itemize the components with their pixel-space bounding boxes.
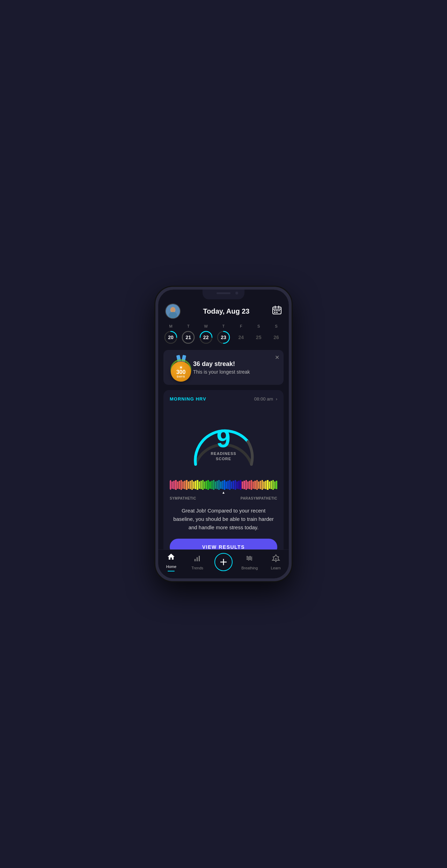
svg-rect-20 bbox=[197, 557, 198, 561]
parasympathetic-label: PARASYMPATHETIC bbox=[241, 496, 277, 500]
scroll-content[interactable]: Today, Aug 23 bbox=[158, 290, 289, 549]
day-label-t2: T bbox=[222, 324, 225, 328]
medal-num: 300 bbox=[176, 369, 186, 375]
hrv-title: MORNING HRV bbox=[170, 396, 206, 402]
breathing-icon bbox=[246, 554, 254, 564]
gauge-score: 9 READINESS SCORE bbox=[211, 426, 236, 462]
nav-item-home[interactable]: Home bbox=[158, 553, 184, 571]
camera bbox=[235, 292, 238, 294]
streak-title: 36 day streak! bbox=[193, 360, 250, 368]
gauge-label: READINESS SCORE bbox=[211, 451, 236, 462]
hrv-bar-arrow: ▲ bbox=[170, 491, 277, 494]
svg-rect-12 bbox=[276, 312, 278, 313]
svg-point-3 bbox=[171, 307, 175, 312]
streak-text: 36 day streak! This is your longest stre… bbox=[193, 360, 250, 375]
gauge-container: 9 READINESS SCORE bbox=[170, 407, 277, 477]
day-num-24: 24 bbox=[239, 335, 244, 340]
day-arc-23: 23 bbox=[216, 330, 231, 345]
streak-medal: ★ 300 DAYS bbox=[169, 355, 193, 380]
svg-rect-21 bbox=[199, 556, 200, 561]
day-arc-21: 21 bbox=[181, 330, 196, 345]
close-button[interactable]: ✕ bbox=[275, 354, 279, 361]
day-item-21[interactable]: T 21 bbox=[181, 324, 196, 345]
bottom-nav: Home Trends bbox=[158, 549, 289, 578]
hrv-header: MORNING HRV 08:00 am › bbox=[170, 396, 277, 402]
notch bbox=[203, 290, 244, 299]
nav-label-home: Home bbox=[166, 564, 176, 569]
hrv-time: 08:00 am › bbox=[254, 396, 277, 402]
avatar-image bbox=[166, 304, 180, 318]
phone-frame: Today, Aug 23 bbox=[155, 287, 292, 581]
day-item-25[interactable]: S 25 bbox=[251, 324, 266, 345]
svg-rect-10 bbox=[278, 310, 280, 311]
trends-icon bbox=[193, 554, 201, 564]
hrv-description: Great Job! Compared to your recent basel… bbox=[170, 503, 277, 537]
streak-banner: ★ 300 DAYS 36 day streak! This is your l… bbox=[163, 350, 284, 385]
svg-point-2 bbox=[169, 312, 177, 318]
nav-item-trends[interactable]: Trends bbox=[184, 554, 211, 570]
day-num-23: 23 bbox=[221, 335, 226, 340]
medal-circle: ★ 300 DAYS bbox=[171, 361, 191, 382]
day-item-24[interactable]: F 24 bbox=[234, 324, 248, 345]
day-num-25: 25 bbox=[256, 335, 262, 340]
view-results-button[interactable]: VIEW RESULTS bbox=[170, 539, 277, 549]
speaker bbox=[217, 292, 230, 294]
nav-item-add[interactable] bbox=[211, 553, 237, 571]
nav-item-breathing[interactable]: Breathing bbox=[236, 554, 263, 570]
day-item-23[interactable]: T 23 bbox=[216, 324, 231, 345]
hrv-bar-labels: SYMPATHETIC PARASYMPATHETIC bbox=[170, 496, 277, 500]
day-item-26[interactable]: S 26 bbox=[269, 324, 284, 345]
day-item-22[interactable]: W 22 bbox=[199, 324, 213, 345]
home-icon bbox=[167, 553, 175, 563]
nav-label-breathing: Breathing bbox=[241, 566, 258, 570]
day-label-t1: T bbox=[187, 324, 190, 328]
svg-rect-11 bbox=[274, 312, 276, 313]
hrv-bar-container: ▲ SYMPATHETIC PARASYMPATHETIC bbox=[170, 480, 277, 500]
nav-label-trends: Trends bbox=[191, 566, 203, 570]
day-label-w: W bbox=[204, 324, 207, 328]
hrv-bar bbox=[170, 480, 277, 490]
day-arc-20: 20 bbox=[163, 330, 178, 345]
medal-days: DAYS bbox=[177, 375, 185, 378]
avatar[interactable] bbox=[165, 304, 181, 319]
day-arc-26: 26 bbox=[269, 330, 284, 345]
svg-point-24 bbox=[275, 558, 277, 560]
learn-icon bbox=[272, 554, 280, 564]
header-date: Today, Aug 23 bbox=[203, 307, 250, 315]
day-num-20: 20 bbox=[168, 335, 174, 340]
add-button[interactable] bbox=[214, 553, 233, 571]
day-num-26: 26 bbox=[273, 335, 279, 340]
svg-rect-19 bbox=[195, 559, 196, 561]
day-arc-24: 24 bbox=[234, 330, 248, 345]
day-num-21: 21 bbox=[186, 335, 191, 340]
nav-item-learn[interactable]: Learn bbox=[263, 554, 289, 570]
gauge-number: 9 bbox=[211, 426, 236, 451]
day-label-s1: S bbox=[257, 324, 260, 328]
day-label-f: F bbox=[240, 324, 242, 328]
day-num-22: 22 bbox=[203, 335, 209, 340]
calendar-icon[interactable] bbox=[272, 305, 282, 317]
nav-active-indicator bbox=[168, 571, 175, 571]
svg-rect-8 bbox=[274, 310, 276, 311]
day-label-m: M bbox=[169, 324, 172, 328]
hrv-card: MORNING HRV 08:00 am › bbox=[163, 390, 284, 549]
day-arc-25: 25 bbox=[251, 330, 266, 345]
week-calendar: M 20 T 21 bbox=[158, 322, 289, 350]
svg-rect-9 bbox=[276, 310, 278, 311]
hrv-time-chevron: › bbox=[276, 396, 277, 402]
sympathetic-label: SYMPATHETIC bbox=[170, 496, 196, 500]
phone-screen: Today, Aug 23 bbox=[158, 290, 289, 578]
nav-label-learn: Learn bbox=[271, 566, 281, 570]
day-item-20[interactable]: M 20 bbox=[163, 324, 178, 345]
streak-subtitle: This is your longest streak bbox=[193, 369, 250, 375]
day-label-s2: S bbox=[275, 324, 277, 328]
medal-star: ★ bbox=[179, 365, 183, 369]
day-arc-22: 22 bbox=[199, 330, 213, 345]
